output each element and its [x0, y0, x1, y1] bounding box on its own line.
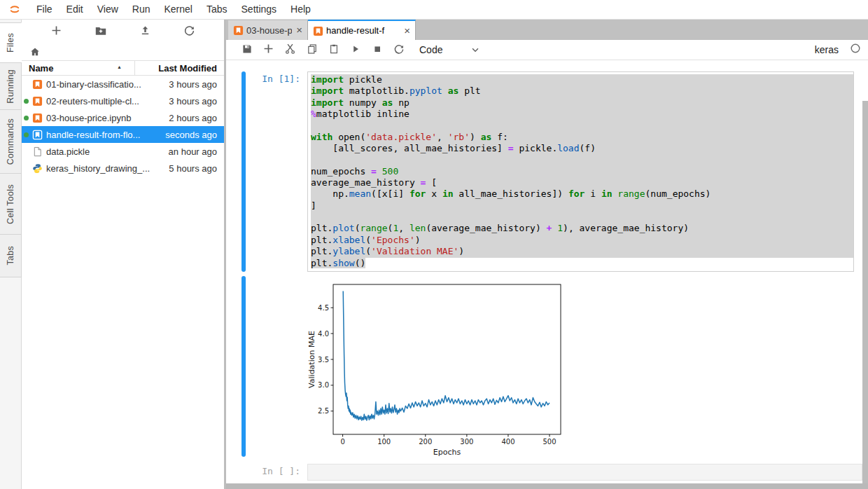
empty-input-prompt: In [ ]:	[246, 464, 307, 481]
upload-icon	[139, 25, 151, 39]
sidebar-tab-files[interactable]: Files	[0, 22, 22, 63]
run-cell-icon	[350, 43, 361, 57]
stop-kernel-button[interactable]	[366, 41, 388, 59]
menu-tabs[interactable]: Tabs	[200, 0, 234, 19]
close-tab-icon[interactable]: ×	[404, 27, 410, 35]
kernel-indicator[interactable]: keras	[815, 43, 861, 57]
close-tab-icon[interactable]: ×	[296, 26, 302, 34]
menu-settings[interactable]: Settings	[234, 0, 284, 19]
insert-cell-button[interactable]	[258, 41, 279, 59]
code-line: ]	[311, 200, 853, 212]
menu-kernel[interactable]: Kernel	[157, 0, 199, 19]
cell-type-value: Code	[419, 44, 442, 55]
file-browser-toolbar	[22, 20, 224, 43]
upload-button[interactable]	[139, 25, 151, 39]
copy-cells-button[interactable]	[301, 41, 323, 59]
restart-kernel-icon	[393, 43, 405, 57]
column-header-last-modified[interactable]: Last Modified	[158, 63, 217, 74]
empty-code-cell: In [ ]:	[226, 464, 868, 481]
menu-edit[interactable]: Edit	[59, 0, 90, 19]
notebook-icon	[32, 79, 43, 90]
column-header-name[interactable]: Name	[29, 63, 53, 74]
code-line: plt.plot(range(1, len(average_mae_histor…	[311, 223, 853, 234]
dock-tab-bar: 03-house-price×handle-result-f×	[226, 20, 868, 40]
save-icon	[241, 43, 253, 57]
save-button[interactable]	[236, 41, 258, 59]
file-row[interactable]: 03-house-price.ipynb2 hours ago	[22, 109, 224, 126]
notebook-icon	[32, 96, 43, 106]
code-line: num_epochs = 500	[311, 166, 853, 177]
chevron-down-icon	[470, 45, 480, 55]
output-cell: 01002003004005002.53.03.54.04.5EpochsVal…	[226, 276, 868, 457]
svg-text:500: 500	[542, 438, 556, 446]
file-row[interactable]: data.picklean hour ago	[22, 143, 224, 160]
dock-panel: 03-house-price×handle-result-f× Code ker…	[226, 20, 868, 489]
kernel-idle-icon	[850, 43, 861, 57]
code-line: import numpy as np	[311, 97, 853, 109]
refresh-button[interactable]	[183, 25, 195, 39]
menu-items: FileEditViewRunKernelTabsSettingsHelp	[29, 0, 318, 19]
notebook-icon	[32, 130, 43, 140]
column-divider	[134, 61, 135, 75]
sidebar-tab-label: Running	[6, 69, 15, 104]
svg-text:0: 0	[340, 438, 344, 446]
dock-tab-1[interactable]: 03-house-price×	[228, 20, 308, 40]
new-launcher-button[interactable]	[50, 25, 62, 39]
sidebar-tab-tabs[interactable]: Tabs	[0, 234, 22, 277]
dock-tab-2[interactable]: handle-result-f×	[308, 20, 416, 40]
menu-view[interactable]: View	[90, 0, 125, 19]
sidebar-tab-cell-tools[interactable]: Cell Tools	[0, 173, 22, 235]
code-line: plt.ylabel('Validation MAE')	[311, 246, 853, 257]
empty-code-editor[interactable]	[307, 464, 862, 481]
menu-file[interactable]: File	[29, 0, 59, 19]
home-breadcrumb-icon[interactable]	[29, 46, 41, 57]
sidebar-tab-label: Files	[6, 33, 15, 53]
stop-kernel-icon	[372, 43, 383, 57]
sidebar-tab-commands[interactable]: Commands	[0, 109, 22, 174]
file-row[interactable]: keras_history_drawing_...5 hours ago	[22, 160, 224, 177]
file-row[interactable]: 01-binary-classificatio...3 hours ago	[22, 76, 224, 92]
menu-help[interactable]: Help	[284, 0, 318, 19]
file-name: keras_history_drawing_...	[46, 163, 169, 174]
jupyterlab-window: FileEditViewRunKernelTabsSettingsHelp Fi…	[0, 0, 868, 489]
cut-cells-button[interactable]	[279, 41, 301, 59]
svg-text:4.0: 4.0	[318, 329, 329, 337]
restart-kernel-button[interactable]	[388, 41, 410, 59]
sidebar-tab-label: Tabs	[6, 246, 15, 266]
code-line	[311, 154, 853, 165]
code-line: np.mean([x[i] for x in all_mae_histories…	[311, 188, 853, 200]
code-line: import pickle	[311, 74, 853, 85]
paste-cells-icon	[328, 43, 340, 57]
notebook-icon	[233, 25, 243, 35]
code-line: with open('data.pickle', 'rb') as f:	[311, 132, 853, 143]
run-cell-button[interactable]	[344, 41, 366, 59]
vertical-scrollbar[interactable]	[862, 101, 868, 483]
sidebar-tab-running[interactable]: Running	[0, 62, 22, 110]
code-line: [all_scores, all_mae_histories] = pickle…	[311, 143, 853, 154]
file-modified: an hour ago	[169, 146, 217, 157]
file-row[interactable]: handle-result-from-flo...seconds ago	[22, 126, 224, 143]
code-line: plt.xlabel('Epochs')	[311, 235, 853, 246]
cell-type-dropdown[interactable]: Code	[419, 44, 480, 55]
new-launcher-icon	[50, 25, 62, 39]
file-browser-panel: Name ▲ Last Modified 01-binary-classific…	[22, 20, 226, 489]
menu-bar: FileEditViewRunKernelTabsSettingsHelp	[0, 0, 868, 20]
file-row[interactable]: 02-reuters-multiple-cl...3 hours ago	[22, 92, 224, 109]
svg-text:100: 100	[377, 438, 391, 446]
refresh-icon	[183, 25, 195, 39]
svg-text:400: 400	[501, 438, 514, 446]
code-editor[interactable]: import pickleimport matplotlib.pyplot as…	[307, 71, 854, 272]
sidebar-tab-label: Cell Tools	[6, 184, 15, 224]
paste-cells-button[interactable]	[323, 41, 344, 59]
svg-text:3.0: 3.0	[318, 381, 329, 389]
new-folder-icon	[94, 25, 107, 39]
menu-run[interactable]: Run	[125, 0, 158, 19]
new-folder-button[interactable]	[94, 25, 107, 39]
notebook-toolbar: Code keras	[226, 40, 868, 60]
code-line: import matplotlib.pyplot as plt	[311, 85, 853, 97]
notebook-icon	[32, 113, 43, 123]
code-line: plt.show()	[311, 258, 853, 269]
sidebar-tab-label: Commands	[6, 118, 15, 165]
code-line: %matplotlib inline	[311, 109, 853, 120]
horizontal-scrollbar[interactable]	[226, 483, 868, 489]
